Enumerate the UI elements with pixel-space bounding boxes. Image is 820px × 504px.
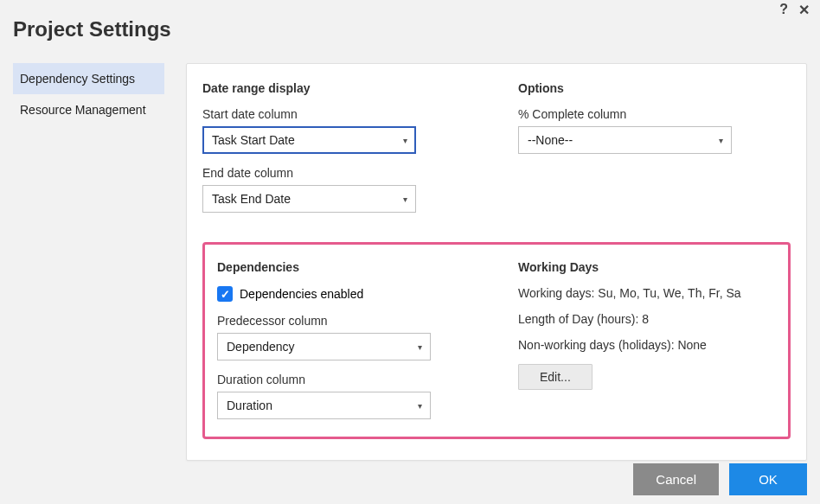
working-days-line: Working days: Su, Mo, Tu, We, Th, Fr, Sa — [518, 286, 776, 300]
edit-working-days-button[interactable]: Edit... — [518, 364, 593, 390]
settings-panel: Date range display Start date column Tas… — [186, 63, 807, 461]
page-title: Project Settings — [0, 0, 820, 41]
help-icon[interactable]: ? — [779, 2, 788, 18]
date-range-header: Date range display — [202, 81, 475, 95]
sidebar-item-resource-management[interactable]: Resource Management — [13, 94, 164, 125]
end-date-label: End date column — [202, 166, 475, 180]
duration-label: Duration column — [217, 373, 475, 386]
start-date-label: Start date column — [202, 107, 475, 121]
predecessor-label: Predecessor column — [217, 314, 475, 328]
predecessor-select[interactable]: Dependency — [217, 333, 431, 360]
ok-button[interactable]: OK — [729, 463, 807, 495]
highlighted-section: Dependencies ✓ Dependencies enabled Pred… — [202, 242, 791, 439]
sidebar-item-dependency-settings[interactable]: Dependency Settings — [13, 63, 164, 94]
close-icon[interactable]: ✕ — [798, 2, 810, 18]
cancel-button[interactable]: Cancel — [633, 463, 719, 495]
dependencies-header: Dependencies — [217, 260, 475, 274]
sidebar: Dependency Settings Resource Management — [13, 63, 164, 461]
pct-complete-select[interactable]: --None-- — [518, 126, 732, 154]
options-header: Options — [518, 81, 791, 95]
end-date-select[interactable]: Task End Date — [202, 185, 416, 213]
working-days-header: Working Days — [518, 260, 776, 274]
dependencies-enabled-label: Dependencies enabled — [240, 287, 363, 301]
start-date-select[interactable]: Task Start Date — [202, 126, 416, 154]
dependencies-enabled-checkbox[interactable]: ✓ — [217, 286, 233, 302]
non-working-days-line: Non-working days (holidays): None — [518, 338, 776, 352]
pct-complete-label: % Complete column — [518, 107, 791, 121]
duration-select[interactable]: Duration — [217, 392, 431, 419]
length-of-day-line: Length of Day (hours): 8 — [518, 312, 776, 326]
